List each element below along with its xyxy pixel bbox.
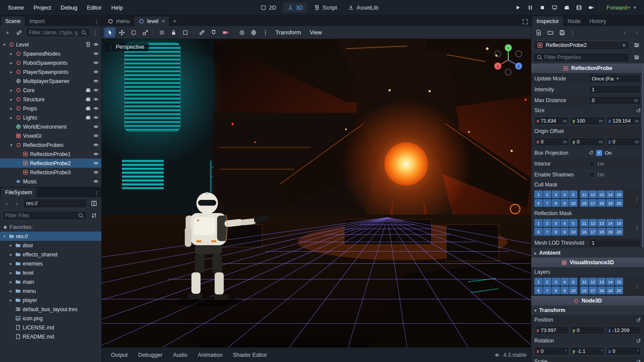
expand-arrow-icon[interactable]: ▸ bbox=[8, 261, 13, 266]
layer-14-toggle[interactable]: 14 bbox=[606, 190, 614, 198]
y-component-field[interactable]: y-1.1° bbox=[570, 347, 605, 355]
layer-16-toggle[interactable]: 16 bbox=[580, 286, 588, 294]
play-scene-button[interactable] bbox=[561, 3, 572, 13]
scene-filter-input[interactable] bbox=[29, 30, 79, 36]
expand-arrow-icon[interactable]: ▸ bbox=[8, 298, 13, 302]
scene-node-RobotSpawnpoints[interactable]: ▸RobotSpawnpoints bbox=[0, 58, 101, 67]
move-tool[interactable] bbox=[116, 27, 127, 37]
eye-icon[interactable] bbox=[93, 133, 99, 139]
perspective-menu[interactable]: ⋮ Perspective bbox=[105, 43, 149, 51]
camera-preview[interactable] bbox=[220, 27, 231, 37]
panel-shader-editor[interactable]: Shader Editor bbox=[228, 349, 272, 360]
layer-20-toggle[interactable]: 20 bbox=[615, 199, 623, 207]
3d-viewport[interactable]: ⋮ Perspective Y X Z bbox=[102, 39, 531, 347]
update-mode-dropdown[interactable]: Once (Fast)▼ bbox=[589, 74, 641, 83]
tab-scene[interactable]: Scene bbox=[1, 17, 25, 26]
x-component-field[interactable]: x0° bbox=[534, 347, 569, 355]
lock-node[interactable] bbox=[168, 27, 179, 37]
view-menu[interactable]: View bbox=[306, 28, 326, 37]
layer-14-toggle[interactable]: 14 bbox=[606, 219, 614, 227]
scrollbar[interactable] bbox=[642, 65, 644, 248]
menu-debug[interactable]: Debug bbox=[56, 2, 81, 13]
layer-6-toggle[interactable]: 6 bbox=[534, 228, 543, 236]
menu-scene[interactable]: Scene bbox=[3, 2, 28, 13]
z-component-field[interactable]: z0m bbox=[606, 137, 641, 146]
workspace-2d[interactable]: 2D bbox=[256, 3, 281, 13]
scene-node-Core[interactable]: ▸Core bbox=[0, 86, 101, 95]
layer-8-toggle[interactable]: 8 bbox=[552, 199, 560, 207]
eye-icon[interactable] bbox=[93, 78, 99, 84]
resource-options-icon[interactable]: ⋮ bbox=[569, 28, 577, 37]
expand-arrow-icon[interactable]: ▸ bbox=[8, 243, 13, 248]
history-back-icon[interactable]: ‹ bbox=[2, 199, 11, 208]
renderer-select[interactable]: Forward+ ▼ bbox=[603, 3, 641, 12]
interior-checkbox[interactable] bbox=[589, 161, 595, 167]
property-filter-input[interactable] bbox=[544, 54, 627, 60]
max-distance-field[interactable]: 0m bbox=[589, 96, 641, 105]
revert-icon[interactable]: ↺ bbox=[589, 149, 594, 156]
layer-2-toggle[interactable]: 2 bbox=[543, 190, 551, 198]
box-projection-checkbox[interactable]: ✓ bbox=[596, 150, 602, 156]
eye-icon[interactable] bbox=[93, 160, 99, 166]
environment-options[interactable] bbox=[248, 27, 259, 37]
tab-filesystem[interactable]: FileSystem bbox=[1, 188, 37, 197]
layer-12-toggle[interactable]: 12 bbox=[589, 219, 597, 227]
layer-1-toggle[interactable]: 1 bbox=[534, 219, 543, 227]
expand-arrow-icon[interactable]: ▾ bbox=[2, 234, 7, 239]
layer-17-toggle[interactable]: 17 bbox=[589, 199, 597, 207]
expand-arrow-icon[interactable]: ▸ bbox=[9, 88, 14, 93]
eye-icon[interactable] bbox=[93, 151, 99, 157]
layer-19-toggle[interactable]: 19 bbox=[606, 286, 614, 294]
layer-19-toggle[interactable]: 19 bbox=[606, 228, 614, 236]
eye-icon[interactable] bbox=[93, 169, 99, 175]
eye-icon[interactable] bbox=[93, 87, 99, 93]
layer-7-toggle[interactable]: 7 bbox=[543, 228, 551, 236]
layer-6-toggle[interactable]: 6 bbox=[534, 286, 543, 294]
layer-11-toggle[interactable]: 11 bbox=[580, 219, 588, 227]
y-component-field[interactable]: y0m bbox=[570, 137, 605, 146]
workspace-assetlib[interactable]: AssetLib bbox=[344, 3, 382, 13]
save-resource-button[interactable] bbox=[557, 28, 567, 37]
extra-options-button[interactable] bbox=[631, 40, 642, 50]
menu-editor[interactable]: Editor bbox=[83, 2, 106, 13]
play-custom-scene-button[interactable] bbox=[574, 3, 584, 13]
layer-6-toggle[interactable]: 6 bbox=[534, 199, 543, 207]
sun-options[interactable] bbox=[236, 27, 247, 37]
scale-tool[interactable] bbox=[140, 27, 151, 37]
scene-node-WorldEnvironment[interactable]: WorldEnvironment bbox=[0, 122, 101, 131]
file-item-icon-png[interactable]: icon.png bbox=[0, 314, 101, 323]
layer-12-toggle[interactable]: 12 bbox=[589, 190, 597, 198]
clapper-icon[interactable] bbox=[85, 106, 91, 111]
view-axis-gizmo[interactable]: Y X Z bbox=[490, 42, 527, 78]
layer-1-toggle[interactable]: 1 bbox=[534, 190, 543, 198]
panel-animation[interactable]: Animation bbox=[193, 349, 227, 360]
eye-icon[interactable] bbox=[93, 96, 99, 102]
snap-toggle[interactable] bbox=[208, 27, 219, 37]
x-component-field[interactable]: x0m bbox=[534, 137, 569, 146]
mute-toggle-icon[interactable] bbox=[494, 352, 500, 358]
mask-options-icon[interactable]: ⋮ bbox=[633, 282, 641, 290]
file-item-effects-shared[interactable]: ▸effects_shared bbox=[0, 250, 101, 259]
remote-debug-button[interactable] bbox=[549, 3, 560, 13]
layer-15-toggle[interactable]: 15 bbox=[615, 278, 623, 286]
scene-node-Structure[interactable]: ▸Structure bbox=[0, 95, 101, 104]
scene-node-ReflectionProbes[interactable]: ▾ReflectionProbes bbox=[0, 140, 101, 149]
menu-project[interactable]: Project bbox=[29, 2, 55, 13]
menu-help[interactable]: Help bbox=[107, 2, 127, 13]
category-reflectionprobe[interactable]: ReflectionProbe bbox=[531, 63, 644, 73]
layer-18-toggle[interactable]: 18 bbox=[597, 286, 606, 294]
edited-object-select[interactable]: ReflectionProbe2 ▼ bbox=[533, 40, 630, 50]
revert-icon[interactable]: ↺ bbox=[636, 359, 641, 362]
enable-shadows-checkbox[interactable] bbox=[589, 172, 595, 178]
tab-inspector[interactable]: Inspector bbox=[532, 17, 563, 26]
mesh-lod-threshold-field[interactable]: 1 bbox=[589, 239, 641, 247]
select-tool[interactable] bbox=[104, 27, 115, 37]
history-forward-button[interactable]: › bbox=[631, 28, 642, 37]
layer-11-toggle[interactable]: 11 bbox=[580, 190, 588, 198]
file-item-door[interactable]: ▸door bbox=[0, 241, 101, 250]
layer-14-toggle[interactable]: 14 bbox=[606, 278, 614, 286]
revert-icon[interactable]: ↺ bbox=[636, 107, 641, 114]
layer-17-toggle[interactable]: 17 bbox=[589, 286, 597, 294]
split-view-button[interactable] bbox=[89, 199, 99, 208]
scene-node-VoxelGI[interactable]: VoxelGI bbox=[0, 131, 101, 140]
